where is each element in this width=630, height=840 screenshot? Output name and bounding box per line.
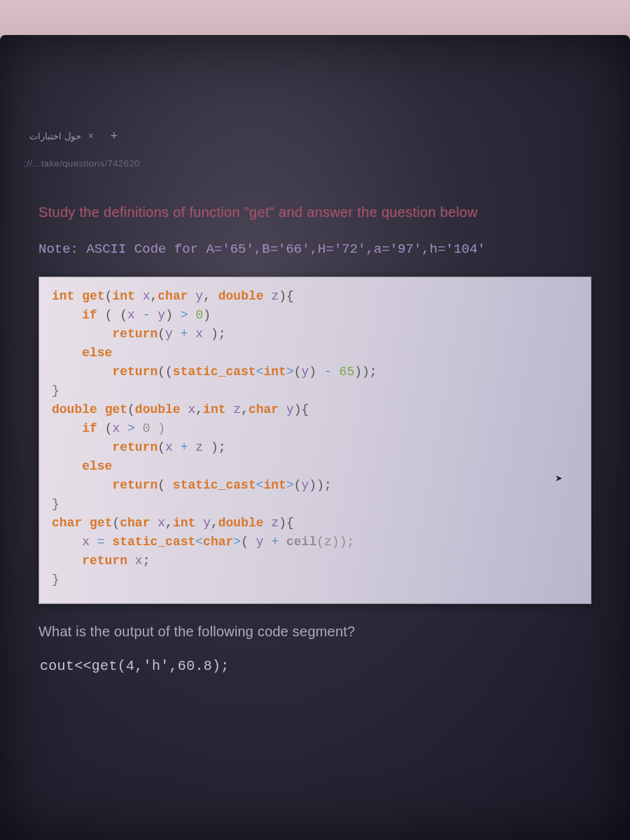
browser-tab-bar: حول اختبارات × + (14, 126, 616, 146)
code-line: return((static_cast<int>(y) - 65)); (52, 363, 578, 382)
code-line: return(y + x ); (52, 325, 578, 344)
tab-title: حول اختبارات (29, 131, 81, 141)
code-line: int get(int x,char y, double z){ (52, 287, 578, 306)
monitor-screen: حول اختبارات × + ://...take/questions/74… (0, 35, 630, 840)
intro-quoted: "get" (244, 204, 275, 220)
code-line: } (52, 382, 578, 400)
page-content: Study the definitions of function "get" … (14, 173, 616, 677)
browser-tab[interactable]: حول اختبارات × (21, 126, 102, 146)
close-icon[interactable]: × (88, 130, 94, 141)
intro-pre: Study the definitions of function (38, 204, 244, 220)
ascii-note: Note: ASCII Code for A='65',B='66',H='72… (38, 241, 592, 257)
question-text: What is the output of the following code… (38, 624, 592, 640)
code-line: else (52, 457, 578, 476)
code-segment: cout<<get(4,'h',60.8); (38, 655, 592, 677)
intro-post: and answer the question below (274, 204, 477, 220)
code-line: if (x > 0 ) (52, 419, 578, 438)
mouse-cursor-icon: ➤ (555, 470, 563, 489)
code-line: return( static_cast<int>(y)); (52, 476, 578, 495)
code-box: int get(int x,char y, double z){ if ( (x… (38, 276, 592, 604)
code-line: } (52, 495, 578, 514)
new-tab-button[interactable]: + (111, 129, 118, 144)
code-line: return(x + z ); (52, 438, 578, 457)
code-line: if ( (x - y) > 0) (52, 306, 578, 325)
code-line: char get(char x,int y,double z){ (52, 514, 578, 533)
code-line: double get(double x,int z,char y){ (52, 400, 578, 419)
code-line: return x; (52, 552, 578, 570)
address-bar[interactable]: ://...take/questions/742620 (14, 154, 616, 173)
code-line: else (52, 344, 578, 363)
code-line: } (52, 570, 578, 589)
code-line: x = static_cast<char>( y + ceil(z)); (52, 533, 578, 552)
note-text: ASCII Code for A='65',B='66',H='72',a='9… (78, 241, 486, 257)
note-label: Note: (38, 241, 78, 257)
instruction-text: Study the definitions of function "get" … (38, 204, 592, 220)
